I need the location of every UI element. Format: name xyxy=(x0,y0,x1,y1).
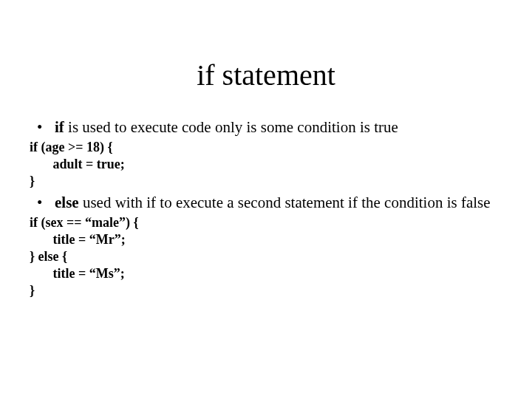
code-block-if: if (age >= 18) { adult = true; } xyxy=(30,139,502,190)
bullet-strong: else xyxy=(55,194,79,211)
bullet-text: is used to execute code only is some con… xyxy=(64,118,398,136)
code-line: title = “Ms”; xyxy=(30,266,125,281)
slide: if statement if is used to execute code … xyxy=(0,58,532,399)
code-block-else: if (sex == “male”) { title = “Mr”; } els… xyxy=(30,214,502,299)
code-line: adult = true; xyxy=(30,157,125,171)
code-line: if (sex == “male”) { xyxy=(30,215,139,230)
code-line: } else { xyxy=(30,249,67,264)
bullet-strong: if xyxy=(55,118,64,136)
code-line: } xyxy=(30,174,35,188)
code-line: if (age >= 18) { xyxy=(30,140,113,154)
code-line: title = “Mr”; xyxy=(30,232,126,247)
bullet-item-if: if is used to execute code only is some … xyxy=(30,117,502,137)
bullet-list: if is used to execute code only is some … xyxy=(30,117,502,137)
slide-body: if is used to execute code only is some … xyxy=(30,117,502,299)
slide-title: if statement xyxy=(30,58,502,92)
bullet-text: used with if to execute a second stateme… xyxy=(79,194,491,211)
bullet-item-else: else used with if to execute a second st… xyxy=(30,193,502,213)
code-line: } xyxy=(30,283,35,298)
bullet-list: else used with if to execute a second st… xyxy=(30,193,502,213)
